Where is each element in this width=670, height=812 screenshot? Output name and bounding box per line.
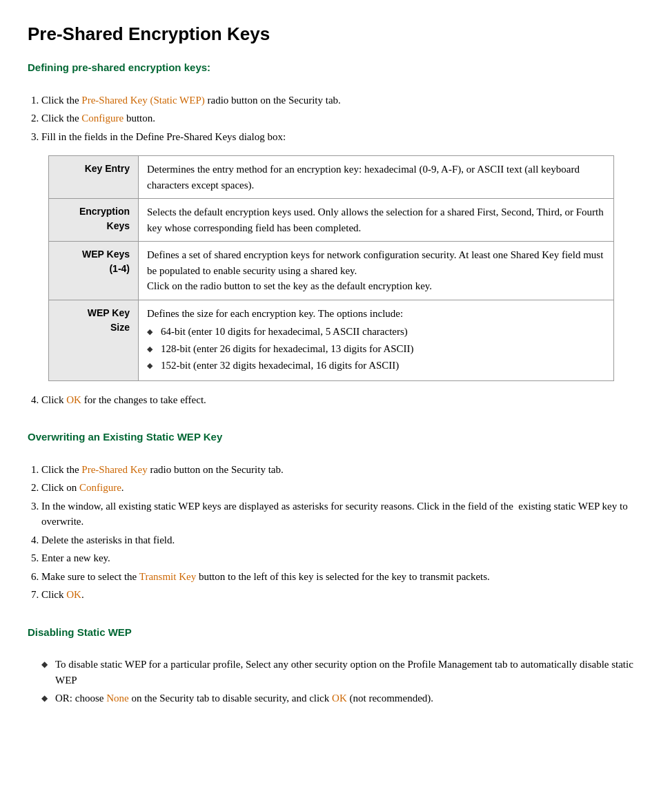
link-ok-3[interactable]: OK — [332, 693, 347, 704]
wep-size-option-64: 64-bit (enter 10 digits for hexadecimal,… — [147, 324, 605, 340]
link-configure-2[interactable]: Configure — [79, 482, 121, 493]
encryption-keys-content: Selects the default encryption keys used… — [139, 199, 614, 242]
key-entry-content: Determines the entry method for an encry… — [139, 156, 614, 199]
key-entry-label: Key Entry — [49, 156, 139, 199]
overwriting-steps-list: Click the Pre-Shared Key radio button on… — [41, 462, 642, 603]
key-table: Key Entry Determines the entry method fo… — [48, 155, 614, 381]
link-pre-shared-key-2[interactable]: Pre-Shared Key — [81, 464, 147, 475]
link-configure-1[interactable]: Configure — [81, 113, 124, 124]
defining-steps-list: Click the Pre-Shared Key (Static WEP) ra… — [41, 93, 642, 145]
overwriting-step-2: Click on Configure. — [41, 480, 642, 496]
wep-size-option-128: 128-bit (enter 26 digits for hexadecimal… — [147, 341, 605, 357]
wep-keys-content: Defines a set of shared encryption keys … — [139, 242, 614, 300]
link-ok-2[interactable]: OK — [66, 589, 81, 600]
section-overwriting-heading: Overwriting an Existing Static WEP Key — [28, 429, 642, 445]
key-table-container: Key Entry Determines the entry method fo… — [48, 155, 642, 381]
wep-size-option-152: 152-bit (enter 32 digits hexadecimal, 16… — [147, 358, 605, 374]
overwriting-step-6: Make sure to select the Transmit Key but… — [41, 569, 642, 585]
section-defining-heading: Defining pre-shared encryption keys: — [28, 60, 642, 76]
link-transmit-key[interactable]: Transmit Key — [139, 571, 196, 582]
defining-step-4: Click OK for the changes to take effect. — [41, 392, 642, 408]
wep-key-size-label: WEP KeySize — [49, 300, 139, 380]
wep-key-size-content: Defines the size for each encryption key… — [139, 300, 614, 380]
overwriting-step-1: Click the Pre-Shared Key radio button on… — [41, 462, 642, 478]
overwriting-step-4: Delete the asterisks in that field. — [41, 532, 642, 548]
table-row-wep-key-size: WEP KeySize Defines the size for each en… — [49, 300, 614, 380]
defining-step-3: Fill in the fields in the Define Pre-Sha… — [41, 129, 642, 145]
link-pre-shared-key-static-wep[interactable]: Pre-Shared Key (Static WEP) — [81, 95, 204, 106]
wep-keys-label: WEP Keys(1-4) — [49, 242, 139, 300]
defining-step4-list: Click OK for the changes to take effect. — [41, 392, 642, 408]
disabling-bullets-list: To disable static WEP for a particular p… — [41, 657, 642, 706]
section-disabling-heading: Disabling Static WEP — [28, 625, 642, 641]
defining-step-2: Click the Configure button. — [41, 110, 642, 126]
overwriting-step-5: Enter a new key. — [41, 550, 642, 566]
overwriting-step-3: In the window, all existing static WEP k… — [41, 499, 642, 530]
link-ok-1[interactable]: OK — [66, 394, 81, 405]
disabling-bullet-1: To disable static WEP for a particular p… — [41, 657, 642, 688]
defining-step-1: Click the Pre-Shared Key (Static WEP) ra… — [41, 93, 642, 108]
table-row-key-entry: Key Entry Determines the entry method fo… — [49, 156, 614, 199]
wep-key-size-bullets: 64-bit (enter 10 digits for hexadecimal,… — [147, 324, 605, 374]
table-row-encryption-keys: EncryptionKeys Selects the default encry… — [49, 199, 614, 242]
overwriting-step-7: Click OK. — [41, 587, 642, 603]
link-none[interactable]: None — [106, 693, 129, 704]
disabling-bullet-2: OR: choose None on the Security tab to d… — [41, 690, 642, 706]
table-row-wep-keys: WEP Keys(1-4) Defines a set of shared en… — [49, 242, 614, 300]
page-title: Pre-Shared Encryption Keys — [28, 21, 642, 48]
encryption-keys-label: EncryptionKeys — [49, 199, 139, 242]
